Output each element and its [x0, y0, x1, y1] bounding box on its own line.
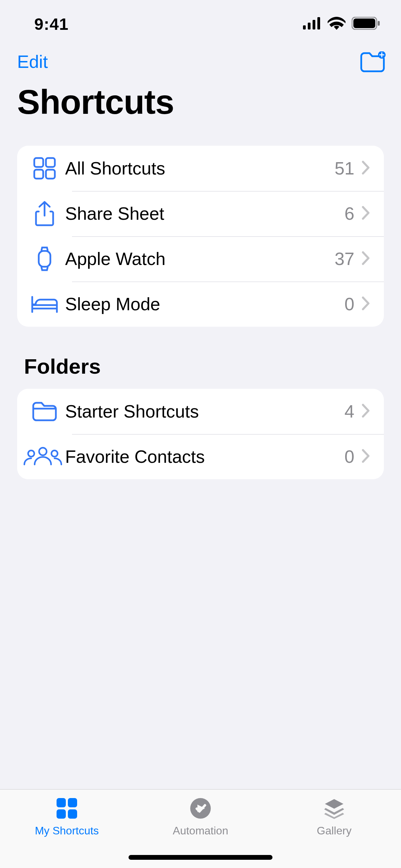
svg-rect-16	[57, 798, 66, 807]
folders-header: Folders	[17, 327, 384, 378]
row-count: 0	[344, 294, 354, 314]
chevron-right-icon	[361, 296, 370, 312]
row-starter-shortcuts[interactable]: Starter Shortcuts 4	[17, 389, 384, 434]
cellular-icon	[303, 17, 321, 31]
home-indicator[interactable]	[129, 855, 272, 860]
chevron-right-icon	[361, 449, 370, 465]
folders-list: Starter Shortcuts 4 Favorite Contacts 0	[17, 389, 384, 479]
tab-my-shortcuts[interactable]: My Shortcuts	[1, 796, 133, 837]
svg-rect-19	[68, 809, 77, 819]
tab-label: Gallery	[317, 824, 351, 837]
row-count: 0	[344, 446, 354, 467]
svg-point-15	[51, 450, 58, 457]
people-icon	[21, 447, 65, 467]
svg-rect-5	[353, 19, 375, 28]
svg-rect-8	[34, 158, 43, 167]
status-indicators	[303, 17, 380, 31]
categories-list: All Shortcuts 51 Share Sheet 6 Apple Wat…	[17, 146, 384, 327]
svg-rect-17	[68, 798, 77, 807]
bed-icon	[24, 295, 65, 313]
svg-rect-0	[303, 25, 306, 29]
add-folder-button[interactable]	[360, 51, 384, 72]
row-label: Sleep Mode	[65, 294, 344, 314]
content-area: All Shortcuts 51 Share Sheet 6 Apple Wat…	[0, 135, 401, 789]
row-sleep-mode[interactable]: Sleep Mode 0	[17, 281, 384, 327]
folder-plus-icon	[360, 51, 386, 73]
folder-icon	[24, 401, 65, 422]
chevron-right-icon	[361, 206, 370, 221]
nav-bar: Edit	[0, 48, 401, 72]
row-share-sheet[interactable]: Share Sheet 6	[17, 191, 384, 236]
wifi-icon	[328, 17, 345, 31]
tab-label: My Shortcuts	[35, 824, 99, 837]
chevron-right-icon	[361, 403, 370, 419]
row-count: 37	[335, 249, 354, 269]
row-label: All Shortcuts	[65, 158, 335, 179]
row-label: Favorite Contacts	[65, 446, 344, 467]
svg-rect-6	[378, 21, 380, 26]
row-label: Share Sheet	[65, 203, 344, 224]
row-label: Apple Watch	[65, 249, 335, 269]
automation-icon	[189, 796, 212, 820]
edit-button[interactable]: Edit	[17, 51, 48, 72]
grid-icon	[24, 156, 65, 181]
status-bar: 9:41	[0, 0, 401, 48]
row-count: 4	[344, 401, 354, 422]
chevron-right-icon	[361, 160, 370, 176]
svg-rect-10	[34, 170, 43, 179]
status-time: 9:41	[34, 15, 69, 34]
svg-rect-18	[57, 809, 66, 819]
row-apple-watch[interactable]: Apple Watch 37	[17, 236, 384, 281]
svg-point-14	[28, 450, 34, 457]
svg-rect-3	[317, 17, 320, 29]
watch-icon	[24, 246, 65, 272]
row-all-shortcuts[interactable]: All Shortcuts 51	[17, 146, 384, 191]
share-icon	[24, 201, 65, 227]
row-favorite-contacts[interactable]: Favorite Contacts 0	[17, 434, 384, 479]
gallery-icon	[322, 796, 346, 820]
svg-rect-12	[39, 251, 50, 267]
svg-rect-9	[46, 158, 55, 167]
grid-filled-icon	[54, 796, 79, 820]
tab-automation[interactable]: Automation	[134, 796, 267, 837]
chevron-right-icon	[361, 251, 370, 267]
tab-label: Automation	[173, 824, 228, 837]
battery-icon	[352, 17, 380, 31]
row-label: Starter Shortcuts	[65, 401, 344, 422]
row-count: 6	[344, 203, 354, 224]
tab-gallery[interactable]: Gallery	[268, 796, 400, 837]
svg-rect-2	[313, 20, 315, 29]
page-title: Shortcuts	[0, 72, 401, 135]
row-count: 51	[335, 158, 354, 179]
svg-rect-11	[46, 170, 55, 179]
svg-rect-1	[308, 23, 311, 29]
svg-point-13	[39, 448, 47, 455]
